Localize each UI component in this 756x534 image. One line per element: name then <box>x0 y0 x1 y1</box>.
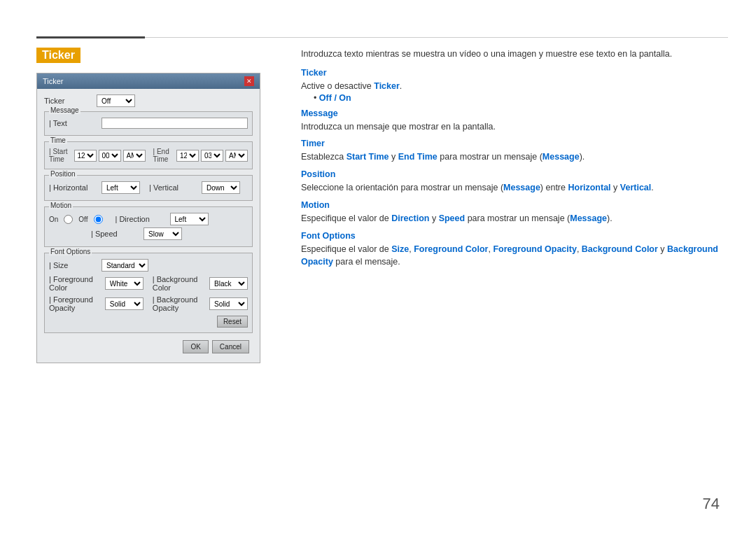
time-group-title: Time <box>49 136 67 144</box>
text-label: | Text <box>49 119 98 127</box>
ticker-bold: Ticker <box>374 81 400 91</box>
ticker-field-label: Ticker <box>44 97 93 105</box>
ok-button[interactable]: OK <box>183 340 208 353</box>
help-title-motion: Motion <box>301 200 728 210</box>
size-row: | Size Standard <box>49 259 248 272</box>
position-group-title: Position <box>49 170 77 178</box>
vertical-select[interactable]: Down <box>202 181 240 194</box>
help-section-ticker: Ticker Active o desactive Ticker. • Off … <box>301 68 728 103</box>
help-text-motion: Especifique el valor de Direction y Spee… <box>301 212 728 225</box>
direction-select[interactable]: Left <box>170 213 209 225</box>
speed-select[interactable]: Slow <box>144 227 182 240</box>
fg-opacity-row: | Foreground Opacity Solid | Background … <box>49 295 248 312</box>
size-bold: Size <box>391 244 409 254</box>
direction-bold: Direction <box>391 213 429 223</box>
help-section-timer: Timer Establezca Start Time y End Time p… <box>301 139 728 164</box>
bg-color-label: | Background Color <box>153 275 206 292</box>
end-time-bold: End Time <box>398 152 438 162</box>
speed-bold: Speed <box>439 213 465 223</box>
speed-label: | Speed <box>91 230 140 238</box>
font-options-group-title: Font Options <box>49 248 92 255</box>
font-options-group: Font Options | Size Standard | Foregroun… <box>44 253 253 333</box>
help-text-position: Seleccione la orientación para mostrar u… <box>301 181 728 195</box>
help-text-ticker: Active o desactive Ticker. <box>301 80 728 93</box>
motion-group: Motion On Off | Direction Left | Speed S… <box>44 206 253 247</box>
help-text-font-options: Especifique el valor de Size, Foreground… <box>301 243 728 269</box>
help-title-position: Position <box>301 169 728 179</box>
motion-group-title: Motion <box>49 202 73 209</box>
position-group: Position | Horizontal Left | Vertical Do… <box>44 175 253 201</box>
help-bullet-ticker: • Off / On <box>314 93 728 103</box>
message-bold-pos: Message <box>503 183 540 192</box>
fg-opacity-label: | Foreground Opacity <box>49 295 102 312</box>
ticker-dialog: Ticker ✕ Ticker Off On Message | Text <box>36 73 260 363</box>
ticker-select[interactable]: Off On <box>97 94 135 107</box>
dialog-close-button[interactable]: ✕ <box>244 76 254 86</box>
motion-on-radio[interactable] <box>64 215 73 224</box>
page-number: 74 <box>703 495 720 513</box>
help-section-motion: Motion Especifique el valor de Direction… <box>301 200 728 225</box>
fg-opacity-bold: Foreground Opacity <box>493 244 576 254</box>
motion-off-radio[interactable] <box>94 215 103 224</box>
help-section-font-options: Font Options Especifique el valor de Siz… <box>301 231 728 269</box>
dialog-titlebar: Ticker ✕ <box>37 73 260 89</box>
motion-on-label: On <box>49 216 58 223</box>
horizontal-select[interactable]: Left <box>102 181 140 194</box>
reset-button[interactable]: Reset <box>217 316 248 328</box>
bg-color-select[interactable]: Black <box>209 277 248 290</box>
top-line-light <box>145 37 728 38</box>
time-group: Time | Start Time 12 00 AM | End Time 12… <box>44 141 253 169</box>
help-title-font-options: Font Options <box>301 231 728 241</box>
start-ampm-select[interactable]: AM <box>123 150 146 162</box>
help-text-timer: Establezca Start Time y End Time para mo… <box>301 150 728 164</box>
size-select[interactable]: Standard <box>102 259 148 272</box>
dialog-title: Ticker <box>43 77 64 85</box>
end-min-select[interactable]: 03 <box>201 150 223 162</box>
vertical-bold: Vertical <box>620 183 651 192</box>
top-decorative-lines <box>0 36 756 38</box>
message-bold-timer: Message <box>542 152 580 162</box>
dialog-body: Ticker Off On Message | Text Time | Star… <box>37 89 260 363</box>
text-input[interactable] <box>102 118 248 129</box>
message-group-title: Message <box>49 106 80 114</box>
right-panel: Introduzca texto mientras se muestra un … <box>301 48 728 274</box>
help-text-message: Introduzca un mensaje que mostrar en la … <box>301 120 728 134</box>
direction-label: | Direction <box>115 215 164 223</box>
horizontal-label: | Horizontal <box>49 183 98 192</box>
cancel-button[interactable]: Cancel <box>212 340 249 353</box>
bg-color-bold: Background Color <box>582 244 658 254</box>
help-title-timer: Timer <box>301 139 728 148</box>
speed-row: | Speed Slow <box>49 227 248 240</box>
start-time-bold: Start Time <box>346 152 389 162</box>
top-line-accent <box>36 36 145 38</box>
motion-off-label: Off <box>78 216 88 223</box>
help-title-message: Message <box>301 108 728 118</box>
end-time-label: | End Time <box>153 148 174 163</box>
position-row: | Horizontal Left | Vertical Down <box>49 181 248 194</box>
bg-opacity-label: | Background Opacity <box>153 295 206 312</box>
start-min-select[interactable]: 00 <box>99 150 121 162</box>
fg-color-select[interactable]: White <box>105 277 144 290</box>
vertical-label: | Vertical <box>149 183 198 192</box>
intro-text: Introduzca texto mientras se muestra un … <box>301 48 728 61</box>
text-row: | Text <box>49 118 248 129</box>
fg-opacity-select[interactable]: Solid <box>105 297 144 310</box>
button-row: OK Cancel <box>44 337 253 357</box>
message-group: Message | Text <box>44 111 253 136</box>
help-section-position: Position Seleccione la orientación para … <box>301 169 728 195</box>
ticker-row: Ticker Off On <box>44 94 253 107</box>
fg-color-row: | Foreground Color White | Background Co… <box>49 275 248 292</box>
end-ampm-select[interactable]: AM <box>225 150 248 162</box>
off-on-bold: Off / On <box>319 93 351 103</box>
fg-color-label: | Foreground Color <box>49 275 102 292</box>
start-hour-select[interactable]: 12 <box>74 150 97 162</box>
bg-opacity-select[interactable]: Solid <box>209 297 248 310</box>
start-time-label: | Start Time <box>49 148 72 163</box>
left-panel: Ticker Ticker ✕ Ticker Off On Message | … <box>36 48 295 363</box>
message-bold-motion: Message <box>570 213 607 223</box>
size-label: | Size <box>49 261 98 269</box>
section-title: Ticker <box>36 48 80 63</box>
time-row: | Start Time 12 00 AM | End Time 12 03 A… <box>49 148 248 163</box>
end-hour-select[interactable]: 12 <box>176 150 199 162</box>
help-title-ticker: Ticker <box>301 68 728 78</box>
